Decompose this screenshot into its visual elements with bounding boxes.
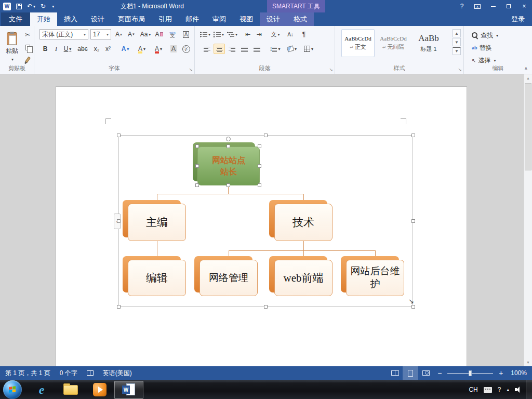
print-layout-button[interactable] bbox=[403, 366, 418, 380]
ime-language-indicator[interactable]: CH bbox=[469, 386, 477, 393]
frame-handle[interactable] bbox=[117, 134, 121, 137]
style-card-heading1[interactable]: AaBb 标题 1 bbox=[412, 29, 445, 57]
shading-button[interactable]: ▾ bbox=[285, 44, 299, 54]
node-handle[interactable] bbox=[195, 183, 199, 187]
proofing-status[interactable] bbox=[82, 366, 98, 380]
scroll-down-button[interactable]: ▼ bbox=[524, 358, 532, 366]
tab-view[interactable]: 视图 bbox=[233, 12, 260, 26]
tab-home[interactable]: 开始 bbox=[30, 12, 57, 26]
keyboard-icon[interactable] bbox=[484, 387, 492, 393]
numbering-button[interactable]: ▾ bbox=[212, 29, 225, 39]
frame-handle[interactable] bbox=[264, 305, 268, 309]
character-border-button[interactable]: A bbox=[181, 29, 191, 39]
tab-page-layout[interactable]: 页面布局 bbox=[111, 12, 152, 26]
word-count-indicator[interactable]: 0 个字 bbox=[55, 366, 82, 380]
ime-help-button[interactable]: ? bbox=[498, 386, 501, 393]
align-center-button[interactable] bbox=[214, 44, 225, 54]
shrink-font-button[interactable]: A▼ bbox=[126, 29, 137, 39]
tab-smartart-format[interactable]: 格式 bbox=[287, 12, 314, 26]
document-canvas[interactable]: ‹ ↘ 网站站点站长 主编 技术 编辑 网络管理 bbox=[0, 74, 532, 366]
character-shading-button[interactable]: A bbox=[168, 44, 179, 54]
minimize-button[interactable] bbox=[485, 0, 501, 12]
tab-smartart-design[interactable]: 设计 bbox=[260, 12, 287, 26]
restore-button[interactable] bbox=[501, 0, 516, 12]
change-case-button[interactable]: Aa▾ bbox=[138, 29, 153, 39]
zoom-in-button[interactable]: + bbox=[495, 366, 507, 380]
frame-handle[interactable] bbox=[411, 134, 415, 137]
justify-button[interactable] bbox=[238, 44, 250, 54]
format-painter-button[interactable] bbox=[23, 55, 32, 64]
smartart-node[interactable]: 编辑 bbox=[128, 260, 186, 296]
taskbar-internet-explorer[interactable]: e bbox=[27, 380, 56, 399]
hidden-icons-button[interactable]: ▴ bbox=[507, 387, 509, 392]
scroll-up-button[interactable]: ▲ bbox=[524, 74, 532, 82]
text-effects-button[interactable]: A▾ bbox=[118, 44, 132, 54]
align-right-button[interactable] bbox=[226, 44, 237, 54]
smartart-node[interactable]: 主编 bbox=[128, 204, 186, 241]
help-button[interactable]: ? bbox=[454, 0, 470, 12]
font-size-select[interactable]: 17▾ bbox=[90, 29, 111, 39]
bullets-button[interactable]: ▾ bbox=[199, 29, 211, 39]
select-button[interactable]: ↖选择▾ bbox=[469, 55, 498, 65]
undo-button[interactable]: ↶▾ bbox=[27, 3, 35, 10]
font-dialog-launcher[interactable]: ↘ bbox=[189, 68, 193, 72]
styles-scroll-down-button[interactable]: ▼ bbox=[453, 38, 461, 46]
superscript-button[interactable]: x² bbox=[103, 44, 113, 54]
copy-button[interactable] bbox=[23, 43, 32, 52]
style-card-no-spacing[interactable]: AaBbCcDd ↵无间隔 bbox=[377, 29, 410, 57]
tab-review[interactable]: 审阅 bbox=[206, 12, 233, 26]
smartart-node-root[interactable]: 网站站点站长 bbox=[197, 147, 260, 185]
style-card-normal[interactable]: AaBbCcDd ↵正文 bbox=[341, 29, 375, 57]
subscript-button[interactable]: x₂ bbox=[91, 44, 102, 54]
zoom-out-button[interactable]: − bbox=[434, 366, 445, 380]
page-number-indicator[interactable]: 第 1 页，共 1 页 bbox=[0, 366, 55, 380]
grow-font-button[interactable]: A▲ bbox=[113, 29, 125, 39]
taskbar-file-explorer[interactable] bbox=[56, 380, 85, 399]
node-handle[interactable] bbox=[195, 164, 199, 168]
find-button[interactable]: 查找▾ bbox=[469, 30, 501, 41]
repeat-button[interactable]: ↻ bbox=[41, 3, 46, 10]
collapse-ribbon-button[interactable]: ∧ bbox=[524, 65, 528, 71]
frame-handle[interactable] bbox=[411, 305, 415, 309]
phonetic-guide-button[interactable]: wén文 bbox=[166, 28, 179, 41]
replace-button[interactable]: ab替换 bbox=[469, 43, 495, 53]
smartart-node[interactable]: 技术 bbox=[274, 204, 332, 241]
cut-button[interactable]: ✂ bbox=[23, 30, 32, 39]
paste-button[interactable]: 粘贴 ▾ bbox=[2, 29, 22, 65]
multilevel-list-button[interactable]: ▾ bbox=[226, 29, 238, 39]
decrease-indent-button[interactable]: ⇤ bbox=[243, 29, 253, 39]
read-mode-button[interactable] bbox=[387, 366, 403, 380]
rotation-handle[interactable] bbox=[226, 137, 231, 141]
taskbar-word-active[interactable]: W bbox=[114, 381, 143, 399]
show-desktop-button[interactable] bbox=[526, 380, 532, 399]
web-layout-button[interactable] bbox=[418, 366, 434, 380]
smartart-node[interactable]: 网络管理 bbox=[200, 260, 258, 296]
ribbon-display-options-button[interactable]: ∧ bbox=[470, 0, 485, 12]
start-button[interactable] bbox=[3, 380, 22, 399]
tab-file[interactable]: 文件 bbox=[1, 12, 30, 26]
styles-scroll-up-button[interactable]: ▲ bbox=[453, 29, 461, 37]
scrollbar-thumb[interactable] bbox=[525, 83, 531, 170]
close-button[interactable]: × bbox=[516, 0, 532, 12]
enclose-characters-button[interactable]: 字 bbox=[181, 44, 191, 54]
smartart-node[interactable]: 网站后台维护 bbox=[346, 260, 404, 296]
tab-design[interactable]: 设计 bbox=[84, 12, 111, 26]
zoom-slider[interactable] bbox=[447, 373, 493, 374]
distribute-button[interactable] bbox=[251, 44, 262, 54]
frame-handle[interactable] bbox=[117, 305, 121, 309]
increase-indent-button[interactable]: ⇥ bbox=[254, 29, 264, 39]
sort-button[interactable]: A↓ bbox=[284, 29, 297, 39]
clear-formatting-button[interactable]: A bbox=[154, 29, 164, 39]
asian-layout-button[interactable]: 文▾ bbox=[269, 29, 282, 39]
styles-gallery-more-button[interactable]: ▼ bbox=[453, 47, 461, 55]
node-handle[interactable] bbox=[258, 144, 261, 148]
tab-references[interactable]: 引用 bbox=[152, 12, 179, 26]
sign-in-link[interactable]: 登录 bbox=[504, 12, 532, 26]
zoom-slider-thumb[interactable] bbox=[469, 370, 472, 376]
bold-button[interactable]: B bbox=[41, 44, 50, 54]
customize-qat-button[interactable]: ▾ bbox=[51, 4, 54, 9]
strikethrough-button[interactable]: abc bbox=[76, 44, 89, 54]
node-handle[interactable] bbox=[227, 183, 230, 187]
styles-dialog-launcher[interactable]: ↘ bbox=[458, 68, 462, 72]
text-highlight-button[interactable]: A▾ bbox=[135, 44, 149, 54]
